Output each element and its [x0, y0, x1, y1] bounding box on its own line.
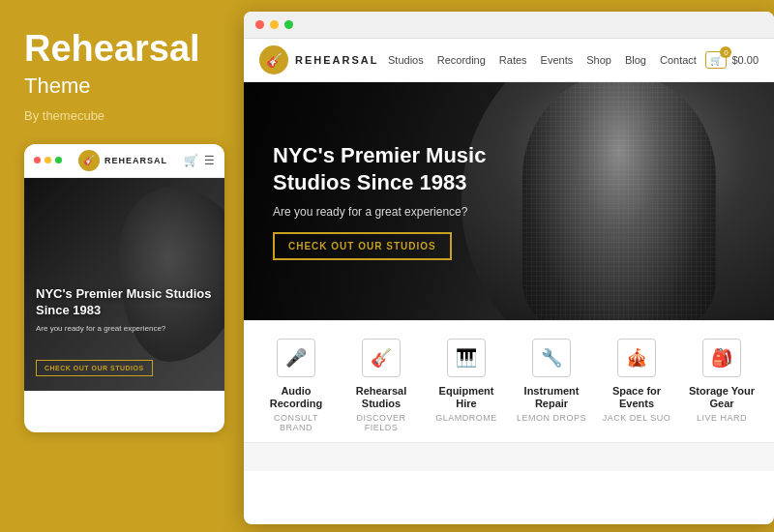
feature-icon-3: 🔧 — [532, 339, 571, 377]
hero-subtitle: Are you ready for a great experience? — [273, 205, 524, 219]
feature-item-3: 🔧Instrument RepairLEMON DROPS — [513, 339, 590, 423]
feature-item-0: 🎤Audio RecordingCONSULT BRAND — [257, 339, 335, 432]
logo-text: REHEARSAL — [295, 54, 378, 66]
nav-events[interactable]: Events — [541, 54, 574, 66]
left-panel: Rehearsal Theme By themecube 🎸 REHEARSAL… — [0, 0, 240, 532]
cart-badge: 0 — [720, 46, 731, 58]
hero-cta-button[interactable]: CHECK OUT OUR STUDIOS — [273, 232, 452, 260]
site-logo: 🎸 REHEARSAL — [259, 45, 378, 74]
site-navbar: 🎸 REHEARSAL Studios Recording Rates Even… — [244, 39, 774, 82]
feature-title-1: Rehearsal Studios — [342, 385, 420, 410]
nav-recording[interactable]: Recording — [437, 54, 486, 66]
author-text: By themecube — [24, 108, 216, 123]
nav-contact[interactable]: Contact — [660, 54, 697, 66]
mobile-logo-text: REHEARSAL — [104, 156, 167, 165]
feature-sub-5: LIVE HARD — [697, 413, 747, 423]
nav-links: Studios Recording Rates Events Shop Blog… — [388, 54, 697, 66]
feature-icon-4: 🎪 — [617, 339, 656, 377]
mobile-cart-icon: 🛒 — [184, 154, 198, 167]
mobile-dots — [34, 157, 62, 163]
browser-bar — [244, 12, 774, 39]
feature-icon-5: 🎒 — [702, 339, 741, 377]
feature-title-5: Storage Your Gear — [683, 385, 760, 410]
mobile-menu-icon: ☰ — [204, 154, 215, 167]
feature-item-5: 🎒Storage Your GearLIVE HARD — [683, 339, 760, 423]
hero-title: NYC's Premier Music Studios Since 1983 — [273, 142, 524, 195]
mobile-hero-sub: Are you ready for a great experience? — [36, 324, 224, 333]
feature-title-3: Instrument Repair — [513, 385, 590, 410]
mobile-hero: NYC's Premier Music Studios Since 1983 A… — [24, 178, 224, 391]
mobile-preview: 🎸 REHEARSAL 🛒 ☰ NYC's Premier Music Stud… — [24, 144, 224, 432]
features-section: 🎤Audio RecordingCONSULT BRAND🎸Rehearsal … — [244, 320, 774, 442]
feature-title-2: Equipment Hire — [428, 385, 505, 410]
theme-title: Rehearsal Theme By themecube — [24, 29, 216, 123]
subtitle-text: Theme — [24, 74, 216, 99]
title-text: Rehearsal — [24, 29, 216, 70]
feature-item-4: 🎪Space for EventsJACK DEL SUO — [598, 339, 675, 423]
cart-area[interactable]: 🛒 0 $0.00 — [705, 51, 759, 69]
feature-sub-0: CONSULT BRAND — [257, 413, 335, 432]
dot-yellow — [45, 157, 51, 163]
feature-sub-3: LEMON DROPS — [517, 413, 586, 423]
nav-rates[interactable]: Rates — [499, 54, 527, 66]
feature-sub-1: DISCOVER FIELDS — [342, 413, 420, 432]
nav-shop[interactable]: Shop — [586, 54, 611, 66]
nav-studios[interactable]: Studios — [388, 54, 424, 66]
cart-price: $0.00 — [731, 54, 759, 66]
mobile-logo: 🎸 REHEARSAL — [78, 150, 167, 171]
mobile-mic-graphic — [118, 188, 224, 362]
feature-title-0: Audio Recording — [257, 385, 335, 410]
browser-dot-red — [255, 20, 264, 29]
mobile-cta-button[interactable]: CHECK OUT OUR STUDIOS — [36, 360, 153, 376]
mobile-topbar: 🎸 REHEARSAL 🛒 ☰ — [24, 144, 224, 178]
feature-icon-2: 🎹 — [447, 339, 486, 377]
logo-icon: 🎸 — [259, 45, 288, 74]
feature-item-2: 🎹Equipment HireGLAMDROME — [428, 339, 505, 423]
mobile-hero-title: NYC's Premier Music Studios Since 1983 — [36, 286, 224, 319]
feature-icon-1: 🎸 — [362, 339, 401, 377]
feature-item-1: 🎸Rehearsal StudiosDISCOVER FIELDS — [342, 339, 420, 432]
mobile-nav-icons: 🛒 ☰ — [184, 154, 215, 167]
hero-content: NYC's Premier Music Studios Since 1983 A… — [244, 142, 553, 260]
browser-window: 🎸 REHEARSAL Studios Recording Rates Even… — [244, 12, 774, 524]
bottom-area — [244, 442, 774, 471]
feature-icon-0: 🎤 — [277, 339, 315, 377]
browser-dot-green — [284, 20, 293, 29]
feature-sub-2: GLAMDROME — [435, 413, 497, 423]
nav-blog[interactable]: Blog — [625, 54, 646, 66]
dot-red — [34, 157, 41, 163]
mobile-logo-icon: 🎸 — [78, 150, 100, 171]
browser-dot-yellow — [270, 20, 279, 29]
dot-green — [55, 157, 62, 163]
mobile-hero-text: NYC's Premier Music Studios Since 1983 A… — [36, 286, 224, 333]
cart-icon: 🛒 0 — [705, 51, 727, 69]
feature-sub-4: JACK DEL SUO — [603, 413, 671, 423]
feature-title-4: Space for Events — [598, 385, 675, 410]
hero-section: NYC's Premier Music Studios Since 1983 A… — [244, 82, 774, 320]
